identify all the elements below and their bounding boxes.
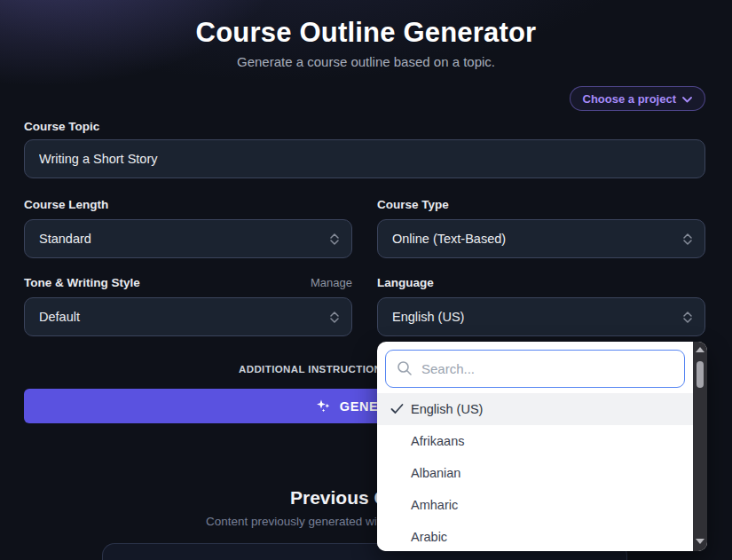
course-length-value: Standard xyxy=(39,232,91,246)
manage-link[interactable]: Manage xyxy=(311,276,352,289)
course-topic-label: Course Topic xyxy=(24,120,99,133)
dropdown-search-input[interactable] xyxy=(385,350,685,388)
language-option-english-us[interactable]: English (US) xyxy=(377,393,693,425)
option-label: Amharic xyxy=(411,498,458,512)
scrollbar-down-arrow-icon[interactable] xyxy=(696,539,704,544)
language-option-albanian[interactable]: Albanian xyxy=(377,457,693,489)
dropdown-search xyxy=(385,350,685,388)
option-label: Albanian xyxy=(411,466,460,480)
language-select[interactable]: English (US) xyxy=(377,297,705,336)
course-length-select[interactable]: Standard xyxy=(24,219,352,258)
search-icon xyxy=(397,360,413,380)
language-option-arabic[interactable]: Arabic xyxy=(377,521,693,551)
choose-project-button[interactable]: Choose a project xyxy=(570,86,705,111)
option-label: Afrikaans xyxy=(411,434,464,448)
course-type-select[interactable]: Online (Text-Based) xyxy=(377,219,705,258)
tone-style-select[interactable]: Default xyxy=(24,297,352,336)
unfold-chevrons-icon xyxy=(683,233,692,245)
tone-style-label: Tone & Writing Style xyxy=(24,276,140,289)
chevron-down-icon xyxy=(682,92,692,106)
language-option-afrikaans[interactable]: Afrikaans xyxy=(377,425,693,457)
tone-label-row: Tone & Writing Style Manage xyxy=(24,276,352,289)
unfold-chevrons-icon xyxy=(330,312,339,323)
language-label: Language xyxy=(377,276,434,289)
page-title: Course Outline Generator xyxy=(0,17,732,49)
tone-style-value: Default xyxy=(39,310,80,324)
additional-instructions-label[interactable]: ADDITIONAL INSTRUCTIONS xyxy=(239,364,389,375)
check-icon xyxy=(390,401,405,419)
option-label: English (US) xyxy=(411,402,483,416)
language-dropdown-panel: English (US) Afrikaans Albanian Amharic … xyxy=(377,342,707,551)
unfold-chevrons-icon xyxy=(330,233,339,245)
course-length-label: Course Length xyxy=(24,198,108,211)
sparkles-icon xyxy=(315,398,332,414)
language-option-amharic[interactable]: Amharic xyxy=(377,489,693,521)
unfold-chevrons-icon xyxy=(683,312,692,323)
course-outline-generator-page: Course Outline Generator Generate a cour… xyxy=(0,0,732,560)
dropdown-scrollbar[interactable] xyxy=(693,342,707,551)
scrollbar-thumb[interactable] xyxy=(697,361,704,388)
scrollbar-up-arrow-icon[interactable] xyxy=(696,347,704,352)
option-label: Arabic xyxy=(411,530,447,544)
course-type-label: Course Type xyxy=(377,198,449,211)
language-value: English (US) xyxy=(392,310,464,324)
choose-project-label: Choose a project xyxy=(583,92,676,106)
language-dropdown-list: English (US) Afrikaans Albanian Amharic … xyxy=(377,342,693,551)
page-subtitle: Generate a course outline based on a top… xyxy=(0,54,732,69)
course-type-value: Online (Text-Based) xyxy=(392,232,506,246)
course-topic-input[interactable] xyxy=(24,139,705,178)
